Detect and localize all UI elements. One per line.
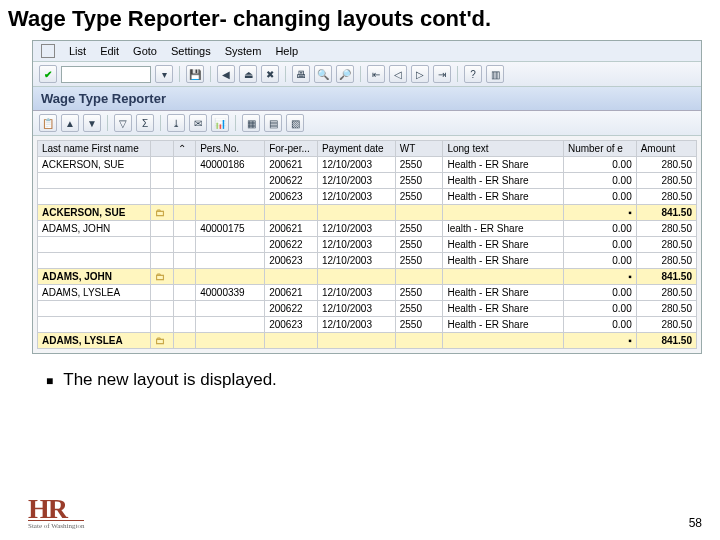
save-layout-icon[interactable]: ▧ [286, 114, 304, 132]
help-icon[interactable]: ? [464, 65, 482, 83]
table-row[interactable]: 20062212/10/20032550Health - ER Share0.0… [38, 237, 697, 253]
sap-window: List Edit Goto Settings System Help ✔ ▾ … [32, 40, 702, 354]
app-toolbar: 📋 ▲ ▼ ▽ Σ ⤓ ✉ 📊 ▦ ▤ ▧ [33, 111, 701, 136]
col-name[interactable]: Last name First name [38, 141, 151, 157]
sort-asc-icon[interactable]: ▲ [61, 114, 79, 132]
table-row[interactable]: ACKERSON, SUE🗀▪841.50 [38, 205, 697, 221]
last-page-icon[interactable]: ⇥ [433, 65, 451, 83]
table-row[interactable]: 20062312/10/20032550Health - ER Share0.0… [38, 317, 697, 333]
filter-icon[interactable]: ▽ [114, 114, 132, 132]
grid-header-row: Last name First name ⌃ Pers.No. For-per.… [38, 141, 697, 157]
app-title: Wage Type Reporter [33, 87, 701, 111]
next-page-icon[interactable]: ▷ [411, 65, 429, 83]
col-number[interactable]: Number of e [563, 141, 636, 157]
exit-icon[interactable]: ⏏ [239, 65, 257, 83]
caption-text: The new layout is displayed. [46, 370, 720, 390]
col-persno[interactable]: Pers.No. [196, 141, 265, 157]
menu-system[interactable]: System [225, 45, 262, 57]
menubar: List Edit Goto Settings System Help [33, 41, 701, 62]
table-row[interactable]: ADAMS, LYSLEA4000033920062112/10/2003255… [38, 285, 697, 301]
alv-grid[interactable]: Last name First name ⌃ Pers.No. For-per.… [37, 140, 697, 349]
change-layout-icon[interactable]: ▦ [242, 114, 260, 132]
page-number: 58 [689, 516, 702, 530]
table-row[interactable]: ADAMS, JOHN🗀▪841.50 [38, 269, 697, 285]
table-row[interactable]: ADAMS, LYSLEA🗀▪841.50 [38, 333, 697, 349]
find-icon[interactable]: 🔍 [314, 65, 332, 83]
menu-edit[interactable]: Edit [100, 45, 119, 57]
col-longtext[interactable]: Long text [443, 141, 564, 157]
table-row[interactable]: 20062312/10/20032550Health - ER Share0.0… [38, 253, 697, 269]
save-icon[interactable]: 💾 [186, 65, 204, 83]
enter-icon[interactable]: ✔ [39, 65, 57, 83]
table-row[interactable]: ACKERSON, SUE4000018620062112/10/2003255… [38, 157, 697, 173]
col-paydate[interactable]: Payment date [317, 141, 395, 157]
table-row[interactable]: 20062212/10/20032550Health - ER Share0.0… [38, 173, 697, 189]
export-icon[interactable]: ⤓ [167, 114, 185, 132]
hr-logo: HR State of Washington [28, 498, 84, 530]
first-page-icon[interactable]: ⇤ [367, 65, 385, 83]
slide-title: Wage Type Reporter- changing layouts con… [0, 0, 720, 40]
mail-icon[interactable]: ✉ [189, 114, 207, 132]
menu-settings[interactable]: Settings [171, 45, 211, 57]
find-next-icon[interactable]: 🔎 [336, 65, 354, 83]
col-expand[interactable]: ⌃ [173, 141, 196, 157]
select-layout-icon[interactable]: ▤ [264, 114, 282, 132]
print-icon[interactable]: 🖶 [292, 65, 310, 83]
col-wt[interactable]: WT [395, 141, 443, 157]
total-icon[interactable]: Σ [136, 114, 154, 132]
menu-goto[interactable]: Goto [133, 45, 157, 57]
col-amount[interactable]: Amount [636, 141, 696, 157]
prev-page-icon[interactable]: ◁ [389, 65, 407, 83]
layout-icon[interactable]: ▥ [486, 65, 504, 83]
col-forper[interactable]: For-per... [265, 141, 318, 157]
system-menu-icon[interactable] [41, 44, 55, 58]
dropdown-icon[interactable]: ▾ [155, 65, 173, 83]
menu-list[interactable]: List [69, 45, 86, 57]
chart-icon[interactable]: 📊 [211, 114, 229, 132]
menu-help[interactable]: Help [275, 45, 298, 57]
back-icon[interactable]: ◀ [217, 65, 235, 83]
table-row[interactable]: 20062212/10/20032550Health - ER Share0.0… [38, 301, 697, 317]
standard-toolbar: ✔ ▾ 💾 ◀ ⏏ ✖ 🖶 🔍 🔎 ⇤ ◁ ▷ ⇥ ? ▥ [33, 62, 701, 87]
details-icon[interactable]: 📋 [39, 114, 57, 132]
table-row[interactable]: ADAMS, JOHN4000017520062112/10/20032550l… [38, 221, 697, 237]
cancel-icon[interactable]: ✖ [261, 65, 279, 83]
slide-footer: HR State of Washington 58 [28, 498, 702, 530]
sort-desc-icon[interactable]: ▼ [83, 114, 101, 132]
command-field[interactable] [61, 66, 151, 83]
col-mark[interactable] [150, 141, 173, 157]
table-row[interactable]: 20062312/10/20032550Health - ER Share0.0… [38, 189, 697, 205]
